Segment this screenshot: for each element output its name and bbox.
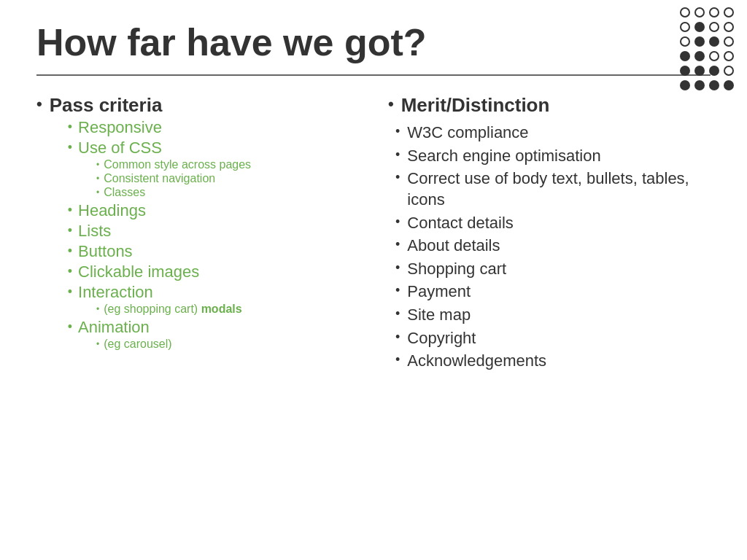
list-item-interaction: • Interaction • (eg shopping cart) modal…	[68, 283, 359, 316]
bullet-icon: •	[395, 259, 400, 277]
pass-criteria-header: Pass criteria	[50, 94, 163, 116]
item-label: W3C compliance	[407, 122, 711, 144]
dot	[709, 36, 719, 47]
dot	[680, 7, 690, 18]
bold-label: modals	[201, 303, 242, 315]
dot	[709, 66, 719, 76]
item-label: Buttons	[78, 242, 359, 261]
bullet-icon: •	[68, 318, 72, 336]
dot	[694, 7, 705, 18]
interaction-sub-list: • (eg shopping cart) modals	[78, 303, 359, 316]
list-item-css: • Use of CSS • Common style across pages	[68, 139, 359, 200]
item-label: Lists	[78, 222, 359, 241]
dot	[694, 22, 705, 32]
item-label: Search engine optimisation	[407, 146, 711, 167]
dot	[709, 22, 719, 32]
bullet-icon: •	[395, 351, 400, 369]
bullet-icon: •	[395, 328, 400, 346]
bullet-icon: •	[96, 158, 99, 171]
merit-sub-items: • W3C compliance • Search engine optimis…	[388, 122, 711, 372]
item-label: About details	[407, 236, 711, 257]
item-label: (eg carousel)	[104, 338, 359, 351]
animation-sub-list: • (eg carousel)	[78, 338, 359, 351]
list-item: • Common style across pages	[96, 158, 359, 171]
right-column: • Merit/Distinction • W3C compliance • S…	[388, 94, 711, 374]
merit-header-label: Merit/Distinction	[401, 94, 550, 117]
dot	[724, 36, 734, 47]
item-label: Correct use of body text, bullets, table…	[407, 168, 711, 210]
item-label: Payment	[407, 281, 711, 303]
list-item: • Site map	[395, 305, 711, 326]
css-sub-list: • Common style across pages • Consistent…	[78, 158, 359, 199]
dot	[724, 80, 734, 90]
dot	[724, 51, 734, 61]
list-item: • Payment	[395, 281, 711, 303]
bullet-icon: •	[388, 94, 394, 115]
item-label: Shopping cart	[407, 259, 711, 280]
left-column: • Pass criteria • Responsive •	[36, 94, 359, 356]
list-item-lists: • Lists	[68, 222, 359, 241]
item-label: Contact details	[407, 213, 711, 234]
item-label: Animation	[78, 318, 150, 336]
bullet-icon: •	[96, 303, 99, 316]
bullet-icon: •	[68, 283, 72, 301]
dot	[694, 36, 705, 47]
list-item: • Contact details	[395, 213, 711, 234]
dot	[724, 22, 734, 32]
bullet-icon: •	[395, 236, 400, 254]
bullet-icon: •	[68, 118, 72, 136]
bullet-icon: •	[68, 242, 72, 260]
dot	[694, 51, 705, 61]
bullet-icon: •	[36, 94, 42, 115]
dot	[680, 80, 690, 90]
dot	[694, 80, 705, 90]
list-item: • Shopping cart	[395, 259, 711, 280]
content-area: • Pass criteria • Responsive •	[36, 94, 711, 374]
page-title: How far have we got?	[36, 22, 711, 63]
list-item-clickable-images: • Clickable images	[68, 262, 359, 281]
dot	[724, 7, 734, 18]
item-label: (eg shopping cart) modals	[104, 303, 359, 316]
merit-distinction-list: • Merit/Distinction • W3C compliance • S…	[388, 94, 711, 372]
dot	[724, 66, 734, 76]
list-item: • (eg shopping cart) modals	[96, 303, 359, 316]
bullet-icon: •	[395, 305, 400, 323]
dot	[680, 36, 690, 47]
item-label: Use of CSS	[78, 139, 162, 157]
title-section: How far have we got?	[36, 22, 711, 76]
item-label: Clickable images	[78, 262, 359, 281]
bullet-icon: •	[68, 222, 72, 240]
bullet-icon: •	[395, 281, 400, 300]
item-label: Headings	[78, 201, 359, 220]
list-item: • Acknowledgements	[395, 351, 711, 372]
bullet-icon: •	[96, 172, 99, 185]
bullet-icon: •	[68, 262, 72, 281]
slide: How far have we got? • Pass criteria • R…	[0, 0, 747, 560]
bullet-icon: •	[395, 213, 400, 231]
item-label: Copyright	[407, 328, 711, 349]
bullet-icon: •	[68, 201, 72, 219]
merit-sub-list: • W3C compliance • Search engine optimis…	[388, 122, 711, 372]
pass-criteria-sub-list: • Responsive • Use of CSS	[50, 118, 359, 351]
list-item: • About details	[395, 236, 711, 257]
list-item-responsive: • Responsive	[68, 118, 359, 137]
dot	[694, 66, 705, 76]
list-item: • Classes	[96, 186, 359, 199]
item-label: Classes	[104, 186, 359, 199]
item-label: Interaction	[78, 283, 153, 301]
bullet-icon: •	[96, 338, 99, 351]
list-item: • Consistent navigation	[96, 172, 359, 185]
dot	[680, 22, 690, 32]
item-label: Consistent navigation	[104, 172, 359, 185]
list-item-buttons: • Buttons	[68, 242, 359, 261]
dot	[709, 51, 719, 61]
list-item: • (eg carousel)	[96, 338, 359, 351]
item-label: Acknowledgements	[407, 351, 711, 372]
list-item-animation: • Animation • (eg carousel)	[68, 318, 359, 351]
dot-pattern-decoration	[674, 7, 740, 117]
list-item: • Search engine optimisation	[395, 146, 711, 167]
bullet-icon: •	[68, 139, 72, 157]
merit-header: • Merit/Distinction	[388, 94, 711, 117]
list-item-headings: • Headings	[68, 201, 359, 220]
dot	[680, 66, 690, 76]
